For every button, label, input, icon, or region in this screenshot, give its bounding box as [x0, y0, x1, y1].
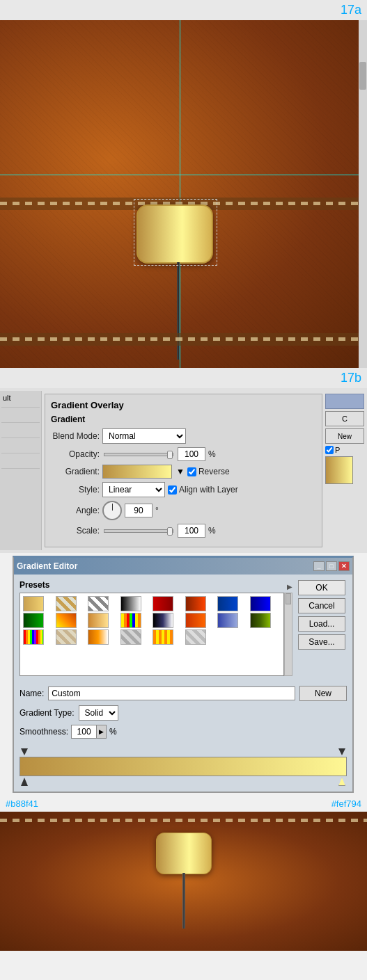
angle-unit: °: [155, 506, 159, 515]
preset-20[interactable]: [120, 629, 141, 645]
ok-button[interactable]: OK: [298, 580, 345, 595]
name-label: Name:: [19, 689, 44, 698]
smoothness-unit: %: [109, 727, 117, 737]
left-panel-item5: [1, 453, 40, 469]
style-select[interactable]: Linear: [102, 482, 165, 497]
bottom-stitch: [0, 819, 367, 822]
cancel-button[interactable]: Cancel: [298, 598, 345, 613]
preset-17[interactable]: [23, 629, 44, 645]
preset-8[interactable]: [250, 596, 271, 611]
preset-6[interactable]: [185, 596, 206, 611]
bottom-leather: [0, 812, 367, 951]
blend-mode-row: Blend Mode: Normal: [51, 428, 316, 444]
reverse-checkbox-label[interactable]: Reverse: [187, 467, 230, 476]
preset-15[interactable]: [217, 613, 238, 628]
preset-11[interactable]: [88, 613, 109, 628]
gradient-editor-titlebar: Gradient Editor _ □ ✕: [14, 558, 352, 575]
gradient-type-label: Gradient Type:: [19, 708, 75, 718]
preset-5[interactable]: [153, 596, 173, 611]
preset-21[interactable]: [153, 629, 173, 645]
left-panel-item4: [1, 438, 40, 453]
right-checkbox-p[interactable]: P: [325, 446, 364, 454]
stitch-dots-bottom: [0, 337, 367, 341]
gradient-type-select[interactable]: Solid: [79, 705, 118, 721]
smoothness-stepper-btn[interactable]: ▶: [96, 725, 106, 738]
preset-10[interactable]: [56, 613, 77, 628]
right-btn-c[interactable]: C: [325, 411, 364, 426]
gradient-editor-body: Presets ▶: [14, 575, 352, 682]
selection-box: [134, 199, 217, 266]
bottom-stop-right[interactable]: [338, 778, 345, 786]
preset-14[interactable]: [185, 613, 206, 628]
smoothness-input[interactable]: [72, 725, 96, 738]
p-label: P: [335, 446, 340, 454]
preset-18[interactable]: [56, 629, 77, 645]
top-stop-left[interactable]: [21, 748, 28, 755]
top-stop-right[interactable]: [338, 748, 345, 755]
preset-1[interactable]: [23, 596, 44, 611]
scale-row: Scale: %: [51, 524, 316, 538]
align-checkbox-label[interactable]: Align with Layer: [168, 485, 238, 495]
opacity-row: Opacity: %: [51, 447, 316, 461]
top-stops: [19, 748, 347, 755]
left-panel-item3: [1, 423, 40, 438]
save-button[interactable]: Save...: [298, 634, 345, 650]
preset-7[interactable]: [217, 596, 238, 611]
new-button[interactable]: New: [299, 686, 347, 701]
gradient-dropdown-arrow[interactable]: ▼: [176, 467, 185, 476]
opacity-percent: %: [208, 449, 216, 459]
gradient-editor: Gradient Editor _ □ ✕ Presets ▶: [13, 556, 354, 793]
preset-3[interactable]: [88, 596, 109, 611]
name-input[interactable]: [48, 686, 295, 700]
p-checkbox[interactable]: [325, 446, 334, 454]
titlebar-minimize[interactable]: _: [313, 561, 325, 571]
preset-19[interactable]: [88, 629, 109, 645]
scale-slider[interactable]: [104, 529, 173, 533]
angle-label: Angle:: [51, 506, 100, 515]
canvas-scrollbar-thumb[interactable]: [359, 62, 366, 90]
preset-16[interactable]: [250, 613, 271, 628]
gradient-type-row: Gradient Type: Solid: [19, 705, 347, 721]
smoothness-row: Smoothness: ▶ %: [19, 725, 347, 739]
presets-scrollbar[interactable]: [284, 593, 292, 676]
align-checkbox[interactable]: [168, 485, 177, 495]
presets-container: Presets ▶: [19, 580, 292, 676]
gradient-editor-title: Gradient Editor: [17, 561, 77, 571]
blend-mode-select[interactable]: Normal: [102, 428, 186, 444]
angle-dial[interactable]: [102, 501, 122, 520]
color-label-left: #b88f41: [6, 798, 38, 809]
opacity-slider[interactable]: [104, 453, 173, 456]
opacity-label: Opacity:: [51, 449, 100, 459]
presets-scrollbar-thumb[interactable]: [286, 593, 291, 604]
preset-9[interactable]: [23, 613, 44, 628]
smoothness-stepper[interactable]: ▶: [71, 725, 107, 739]
reverse-checkbox[interactable]: [187, 467, 196, 476]
angle-input[interactable]: [125, 504, 153, 517]
preset-13[interactable]: [153, 613, 173, 628]
right-btn-new[interactable]: New: [325, 428, 364, 444]
titlebar-buttons: _ □ ✕: [313, 561, 350, 571]
presets-header: Presets ▶: [19, 580, 292, 593]
preset-4[interactable]: [120, 596, 141, 611]
scale-input[interactable]: [178, 524, 205, 538]
gradient-editor-footer: Name: New Gradient Type: Solid Smoothnes…: [14, 682, 352, 748]
load-button[interactable]: Load...: [298, 616, 345, 632]
canvas-scrollbar[interactable]: [359, 20, 367, 368]
style-row: Style: Linear Align with Layer: [51, 482, 316, 497]
gradient-row: Gradient: ▼ Reverse: [51, 465, 316, 479]
panel-title: Gradient Overlay: [51, 400, 316, 410]
gradient-swatch[interactable]: [102, 465, 172, 479]
titlebar-maximize[interactable]: □: [326, 561, 337, 571]
right-panel-buttons: C New P: [325, 391, 367, 550]
style-label: Style:: [51, 485, 100, 495]
preset-2[interactable]: [56, 596, 77, 611]
label-17b: 17b: [0, 368, 367, 388]
right-btn-1[interactable]: [325, 394, 364, 409]
presets-arrow-icon[interactable]: ▶: [287, 583, 292, 591]
bottom-stop-left[interactable]: [21, 778, 28, 786]
preset-22[interactable]: [185, 629, 206, 645]
preset-12[interactable]: [120, 613, 141, 628]
opacity-input[interactable]: [178, 447, 205, 461]
titlebar-close[interactable]: ✕: [338, 561, 350, 571]
gradient-thumbnail: [325, 456, 353, 484]
